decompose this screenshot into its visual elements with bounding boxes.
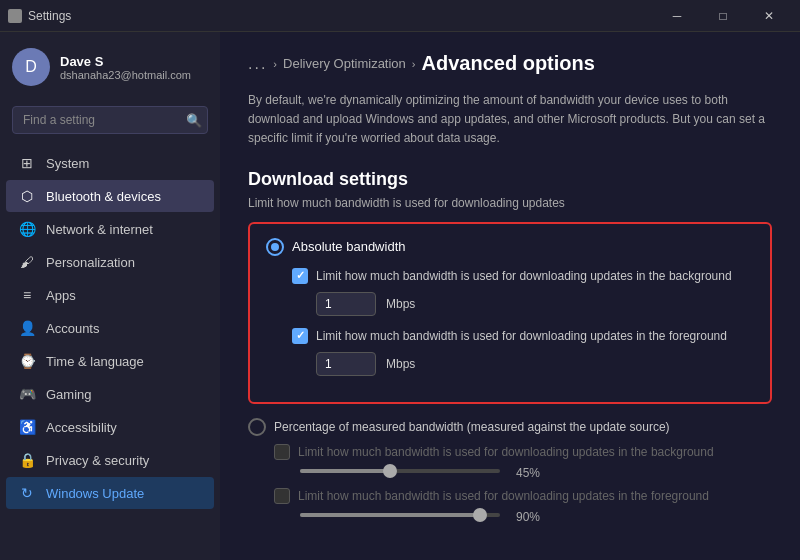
accessibility-icon: ♿ — [18, 418, 36, 436]
fg-mbps-unit: Mbps — [386, 357, 415, 371]
system-icon: ⊞ — [18, 154, 36, 172]
pct-fg-slider-row: 90% — [300, 510, 772, 524]
close-button[interactable]: ✕ — [746, 0, 792, 32]
windows-update-icon: ↻ — [18, 484, 36, 502]
titlebar: Settings ─ □ ✕ — [0, 0, 800, 32]
fg-limit-row: Limit how much bandwidth is used for dow… — [292, 328, 754, 344]
search-icon[interactable]: 🔍 — [186, 113, 202, 128]
sidebar-item-apps-label: Apps — [46, 288, 76, 303]
sidebar-item-accessibility[interactable]: ♿ Accessibility — [6, 411, 214, 443]
pct-bg-value: 45% — [516, 466, 540, 480]
bg-mbps-row: Mbps — [316, 292, 754, 316]
maximize-button[interactable]: □ — [700, 0, 746, 32]
network-icon: 🌐 — [18, 220, 36, 238]
sidebar: D Dave S dshanaha23@hotmail.com 🔍 ⊞ Syst… — [0, 32, 220, 560]
time-icon: ⌚ — [18, 352, 36, 370]
percentage-bandwidth-label: Percentage of measured bandwidth (measur… — [274, 420, 670, 434]
download-settings-title: Download settings — [248, 169, 772, 190]
sidebar-item-system-label: System — [46, 156, 89, 171]
titlebar-controls: ─ □ ✕ — [654, 0, 792, 32]
nav-items: ⊞ System ⬡ Bluetooth & devices 🌐 Network… — [0, 146, 220, 560]
sidebar-item-network[interactable]: 🌐 Network & internet — [6, 213, 214, 245]
bg-mbps-input[interactable] — [316, 292, 376, 316]
breadcrumb: ... › Delivery Optimization › Advanced o… — [248, 52, 772, 75]
fg-limit-checkbox[interactable] — [292, 328, 308, 344]
breadcrumb-dots: ... — [248, 55, 267, 73]
fg-mbps-input[interactable] — [316, 352, 376, 376]
search-input[interactable] — [12, 106, 208, 134]
breadcrumb-current: Advanced options — [422, 52, 595, 75]
sidebar-item-apps[interactable]: ≡ Apps — [6, 279, 214, 311]
fg-limit-label: Limit how much bandwidth is used for dow… — [316, 329, 727, 343]
pct-fg-row: Limit how much bandwidth is used for dow… — [274, 488, 772, 504]
sidebar-item-accounts-label: Accounts — [46, 321, 99, 336]
sidebar-item-time[interactable]: ⌚ Time & language — [6, 345, 214, 377]
absolute-bandwidth-label: Absolute bandwidth — [292, 239, 405, 254]
sidebar-item-gaming-label: Gaming — [46, 387, 92, 402]
sidebar-item-gaming[interactable]: 🎮 Gaming — [6, 378, 214, 410]
absolute-bandwidth-box: Absolute bandwidth Limit how much bandwi… — [248, 222, 772, 404]
pct-bg-slider-row: 45% — [300, 466, 772, 480]
gaming-icon: 🎮 — [18, 385, 36, 403]
pct-fg-slider-fill — [300, 513, 480, 517]
breadcrumb-parent[interactable]: Delivery Optimization — [283, 56, 406, 71]
percentage-bandwidth-radio[interactable] — [248, 418, 266, 436]
user-name: Dave S — [60, 54, 208, 69]
bg-mbps-unit: Mbps — [386, 297, 415, 311]
titlebar-left: Settings — [8, 9, 71, 23]
search-box: 🔍 — [12, 106, 208, 134]
privacy-icon: 🔒 — [18, 451, 36, 469]
personalization-icon: 🖌 — [18, 253, 36, 271]
sidebar-item-time-label: Time & language — [46, 354, 144, 369]
pct-fg-checkbox — [274, 488, 290, 504]
minimize-button[interactable]: ─ — [654, 0, 700, 32]
download-settings-subtitle: Limit how much bandwidth is used for dow… — [248, 196, 772, 210]
breadcrumb-sep-2: › — [412, 58, 416, 70]
sidebar-item-bluetooth[interactable]: ⬡ Bluetooth & devices — [6, 180, 214, 212]
sidebar-item-personalization[interactable]: 🖌 Personalization — [6, 246, 214, 278]
bg-limit-label: Limit how much bandwidth is used for dow… — [316, 269, 732, 283]
pct-fg-label: Limit how much bandwidth is used for dow… — [298, 489, 709, 503]
avatar: D — [12, 48, 50, 86]
settings-app-icon — [8, 9, 22, 23]
sidebar-item-system[interactable]: ⊞ System — [6, 147, 214, 179]
app-container: D Dave S dshanaha23@hotmail.com 🔍 ⊞ Syst… — [0, 32, 800, 560]
sidebar-item-privacy-label: Privacy & security — [46, 453, 149, 468]
pct-bg-row: Limit how much bandwidth is used for dow… — [274, 444, 772, 460]
pct-bg-label: Limit how much bandwidth is used for dow… — [298, 445, 714, 459]
page-description: By default, we're dynamically optimizing… — [248, 91, 772, 149]
pct-bg-slider-track[interactable] — [300, 469, 500, 473]
pct-fg-slider-track[interactable] — [300, 513, 500, 517]
apps-icon: ≡ — [18, 286, 36, 304]
sidebar-item-network-label: Network & internet — [46, 222, 153, 237]
pct-fg-value: 90% — [516, 510, 540, 524]
percentage-bandwidth-row[interactable]: Percentage of measured bandwidth (measur… — [248, 418, 772, 436]
sidebar-item-accounts[interactable]: 👤 Accounts — [6, 312, 214, 344]
sidebar-item-personalization-label: Personalization — [46, 255, 135, 270]
sidebar-item-windows-update[interactable]: ↻ Windows Update — [6, 477, 214, 509]
bluetooth-icon: ⬡ — [18, 187, 36, 205]
accounts-icon: 👤 — [18, 319, 36, 337]
fg-mbps-row: Mbps — [316, 352, 754, 376]
user-email: dshanaha23@hotmail.com — [60, 69, 208, 81]
bg-limit-checkbox[interactable] — [292, 268, 308, 284]
pct-bg-slider-thumb[interactable] — [383, 464, 397, 478]
user-info: Dave S dshanaha23@hotmail.com — [60, 54, 208, 81]
absolute-bandwidth-row[interactable]: Absolute bandwidth — [266, 238, 754, 256]
pct-bg-slider-fill — [300, 469, 390, 473]
sidebar-item-accessibility-label: Accessibility — [46, 420, 117, 435]
sidebar-item-windows-update-label: Windows Update — [46, 486, 144, 501]
user-section[interactable]: D Dave S dshanaha23@hotmail.com — [0, 32, 220, 102]
pct-fg-slider-thumb[interactable] — [473, 508, 487, 522]
pct-bg-checkbox — [274, 444, 290, 460]
titlebar-title: Settings — [28, 9, 71, 23]
sidebar-item-bluetooth-label: Bluetooth & devices — [46, 189, 161, 204]
absolute-bandwidth-radio[interactable] — [266, 238, 284, 256]
bg-limit-row: Limit how much bandwidth is used for dow… — [292, 268, 754, 284]
content-area: ... › Delivery Optimization › Advanced o… — [220, 32, 800, 560]
breadcrumb-sep-1: › — [273, 58, 277, 70]
sidebar-item-privacy[interactable]: 🔒 Privacy & security — [6, 444, 214, 476]
